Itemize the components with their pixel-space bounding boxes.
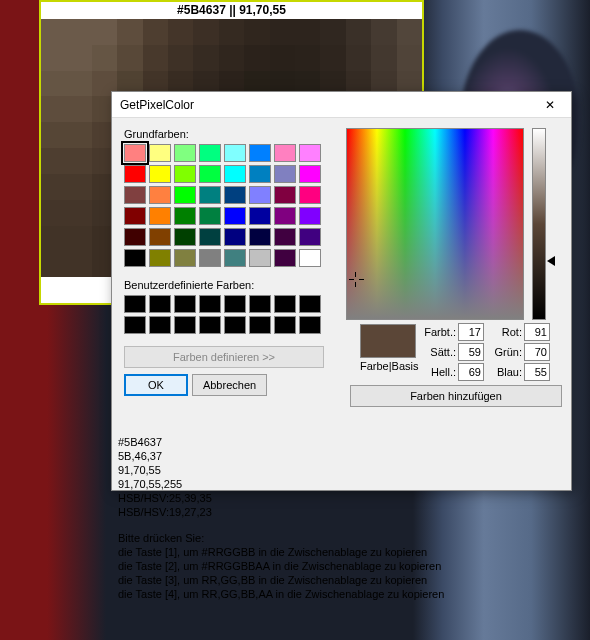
- pixel-cell: [41, 251, 66, 277]
- basic-color-swatch[interactable]: [149, 186, 171, 204]
- blue-label: Blau:: [492, 366, 522, 378]
- basic-color-swatch[interactable]: [299, 165, 321, 183]
- basic-color-swatch[interactable]: [299, 228, 321, 246]
- basic-color-swatch[interactable]: [274, 228, 296, 246]
- basic-color-swatch[interactable]: [299, 207, 321, 225]
- basic-color-swatch[interactable]: [199, 249, 221, 267]
- output-rgb: 91,70,55: [118, 463, 444, 477]
- basic-color-swatch[interactable]: [174, 207, 196, 225]
- pixel-cell: [117, 45, 142, 71]
- custom-color-swatch[interactable]: [224, 295, 246, 313]
- custom-color-swatch[interactable]: [224, 316, 246, 334]
- dialog-titlebar[interactable]: GetPixelColor ✕: [112, 92, 571, 118]
- basic-color-swatch[interactable]: [124, 228, 146, 246]
- hint-1: die Taste [1], um #RRGGBB in die Zwische…: [118, 545, 444, 559]
- pixel-cell: [346, 19, 371, 45]
- basic-color-swatch[interactable]: [149, 144, 171, 162]
- basic-color-swatch[interactable]: [299, 249, 321, 267]
- basic-color-swatch[interactable]: [199, 207, 221, 225]
- basic-color-swatch[interactable]: [149, 207, 171, 225]
- basic-color-swatch[interactable]: [124, 249, 146, 267]
- pixel-cell: [66, 71, 91, 97]
- basic-color-swatch[interactable]: [124, 207, 146, 225]
- basic-color-swatch[interactable]: [224, 207, 246, 225]
- dialog-title: GetPixelColor: [120, 98, 194, 112]
- close-button[interactable]: ✕: [535, 95, 565, 115]
- custom-color-swatch[interactable]: [249, 316, 271, 334]
- custom-color-swatch[interactable]: [299, 316, 321, 334]
- custom-color-swatch[interactable]: [124, 295, 146, 313]
- basic-color-swatch[interactable]: [174, 228, 196, 246]
- custom-color-swatch[interactable]: [149, 295, 171, 313]
- custom-colors-grid: [124, 295, 334, 334]
- basic-colors-label: Grundfarben:: [124, 128, 334, 140]
- basic-color-swatch[interactable]: [299, 144, 321, 162]
- pixel-cell: [397, 19, 422, 45]
- output-hex-parts: 5B,46,37: [118, 449, 444, 463]
- custom-color-swatch[interactable]: [149, 316, 171, 334]
- custom-color-swatch[interactable]: [299, 295, 321, 313]
- basic-color-swatch[interactable]: [274, 249, 296, 267]
- basic-color-swatch[interactable]: [274, 186, 296, 204]
- sat-input[interactable]: [458, 343, 484, 361]
- basic-color-swatch[interactable]: [249, 249, 271, 267]
- red-input[interactable]: [524, 323, 550, 341]
- basic-color-swatch[interactable]: [124, 144, 146, 162]
- pixel-cell: [193, 19, 218, 45]
- custom-color-swatch[interactable]: [274, 316, 296, 334]
- custom-color-swatch[interactable]: [274, 295, 296, 313]
- basic-color-swatch[interactable]: [174, 186, 196, 204]
- basic-color-swatch[interactable]: [249, 207, 271, 225]
- basic-color-swatch[interactable]: [249, 186, 271, 204]
- ok-button[interactable]: OK: [124, 374, 188, 396]
- color-gradient[interactable]: [346, 128, 524, 320]
- pixel-cell: [168, 19, 193, 45]
- basic-colors-grid: [124, 144, 334, 267]
- pixel-cell: [371, 19, 396, 45]
- custom-color-swatch[interactable]: [124, 316, 146, 334]
- green-input[interactable]: [524, 343, 550, 361]
- hue-input[interactable]: [458, 323, 484, 341]
- basic-color-swatch[interactable]: [149, 249, 171, 267]
- basic-color-swatch[interactable]: [249, 228, 271, 246]
- basic-color-swatch[interactable]: [174, 249, 196, 267]
- basic-color-swatch[interactable]: [124, 186, 146, 204]
- lum-label: Hell.:: [422, 366, 456, 378]
- basic-color-swatch[interactable]: [249, 165, 271, 183]
- basic-color-swatch[interactable]: [199, 228, 221, 246]
- basic-color-swatch[interactable]: [274, 207, 296, 225]
- custom-color-swatch[interactable]: [199, 316, 221, 334]
- basic-color-swatch[interactable]: [199, 186, 221, 204]
- custom-color-swatch[interactable]: [199, 295, 221, 313]
- custom-color-swatch[interactable]: [249, 295, 271, 313]
- basic-color-swatch[interactable]: [174, 165, 196, 183]
- basic-color-swatch[interactable]: [149, 228, 171, 246]
- color-picker-dialog: GetPixelColor ✕ Grundfarben: Benutzerdef…: [111, 91, 572, 491]
- pixel-cell: [41, 148, 66, 174]
- pixel-cell: [66, 19, 91, 45]
- basic-color-swatch[interactable]: [224, 144, 246, 162]
- basic-color-swatch[interactable]: [274, 144, 296, 162]
- basic-color-swatch[interactable]: [124, 165, 146, 183]
- lum-input[interactable]: [458, 363, 484, 381]
- basic-color-swatch[interactable]: [224, 165, 246, 183]
- basic-color-swatch[interactable]: [224, 228, 246, 246]
- basic-color-swatch[interactable]: [174, 144, 196, 162]
- basic-color-swatch[interactable]: [199, 165, 221, 183]
- basic-color-swatch[interactable]: [224, 186, 246, 204]
- pixel-cell: [219, 19, 244, 45]
- basic-color-swatch[interactable]: [149, 165, 171, 183]
- output-hsv2: HSB/HSV:19,27,23: [118, 505, 444, 519]
- blue-input[interactable]: [524, 363, 550, 381]
- basic-color-swatch[interactable]: [299, 186, 321, 204]
- add-colors-button[interactable]: Farben hinzufügen: [350, 385, 562, 407]
- luminance-slider[interactable]: [532, 128, 546, 320]
- cancel-button[interactable]: Abbrechen: [192, 374, 267, 396]
- left-column: Grundfarben: Benutzerdefinierte Farben: …: [124, 128, 334, 396]
- basic-color-swatch[interactable]: [199, 144, 221, 162]
- basic-color-swatch[interactable]: [249, 144, 271, 162]
- basic-color-swatch[interactable]: [224, 249, 246, 267]
- basic-color-swatch[interactable]: [274, 165, 296, 183]
- custom-color-swatch[interactable]: [174, 316, 196, 334]
- custom-color-swatch[interactable]: [174, 295, 196, 313]
